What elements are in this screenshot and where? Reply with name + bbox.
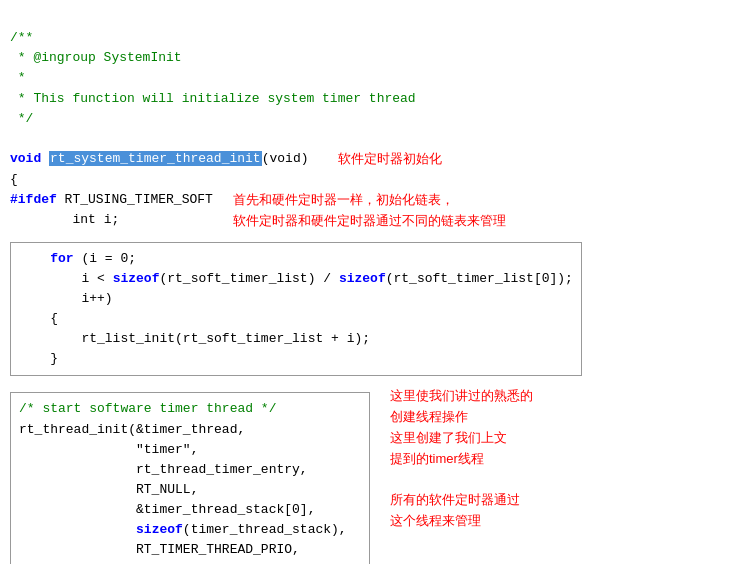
ifdef-anno-line2: 软件定时器和硬件定时器通过不同的链表来管理 (233, 211, 720, 232)
thread-init-box: /* start software timer thread */ rt_thr… (10, 392, 370, 564)
ifdef-keyword: #ifdef (10, 192, 57, 207)
thread-anno-line3: 这里创建了我们上文 (390, 428, 720, 449)
sizeof-kw3: sizeof (136, 522, 183, 537)
fn-signature-row: void rt_system_timer_thread_init(void) 软… (10, 149, 720, 170)
int-i-line: int i; (41, 212, 119, 227)
kw-void: void (10, 151, 41, 166)
thread-anno-line1: 这里使我们讲过的熟悉的 (390, 386, 720, 407)
comment-start-thread: /* start software timer thread */ (19, 401, 276, 416)
ifdef-anno-line1: 首先和硬件定时器一样，初始化链表， (233, 190, 720, 211)
fn-params: (void) (262, 151, 309, 166)
comment-line2: * @ingroup SystemInit (10, 50, 182, 65)
thread-anno-line4: 提到的timer线程 (390, 449, 720, 470)
thread-init-code: /* start software timer thread */ rt_thr… (19, 399, 361, 564)
sizeof-kw1: sizeof (113, 271, 160, 286)
thread-anno-line5: 所有的软件定时器通过 (390, 490, 720, 511)
for-loop-box: for (i = 0; i < sizeof(rt_soft_timer_lis… (10, 242, 582, 377)
ifdef-row: #ifdef RT_USING_TIMER_SOFT int i; 首先和硬件定… (10, 190, 720, 232)
for-kw: for (50, 251, 73, 266)
sizeof-kw2: sizeof (339, 271, 386, 286)
comment-line4: * This function will initialize system t… (10, 91, 416, 106)
fn-signature-code: void rt_system_timer_thread_init(void) (10, 149, 308, 169)
annotation-fn-label: 软件定时器初始化 (308, 149, 720, 170)
thread-anno-line6: 这个线程来管理 (390, 511, 720, 532)
for-loop-row: for (i = 0; i < sizeof(rt_soft_timer_lis… (10, 236, 720, 383)
thread-anno-line2: 创建线程操作 (390, 407, 720, 428)
comment-line1: /** (10, 30, 33, 45)
open-brace-1: { (10, 170, 720, 190)
ifdef-code: #ifdef RT_USING_TIMER_SOFT int i; (10, 190, 213, 230)
ifdef-annotation: 首先和硬件定时器一样，初始化链表， 软件定时器和硬件定时器通过不同的链表来管理 (213, 190, 720, 232)
comment-line5: */ (10, 111, 33, 126)
comment-block: /** * @ingroup SystemInit * * This funct… (10, 8, 720, 149)
fn-name-highlight: rt_system_timer_thread_init (49, 151, 262, 166)
thread-annotation: 这里使我们讲过的熟悉的 创建线程操作 这里创建了我们上文 提到的timer线程 … (370, 386, 720, 532)
code-view: /** * @ingroup SystemInit * * This funct… (10, 8, 720, 564)
comment-line3: * (10, 70, 26, 85)
for-loop-code: for (i = 0; i < sizeof(rt_soft_timer_lis… (19, 249, 573, 370)
thread-init-row: /* start software timer thread */ rt_thr… (10, 386, 720, 564)
